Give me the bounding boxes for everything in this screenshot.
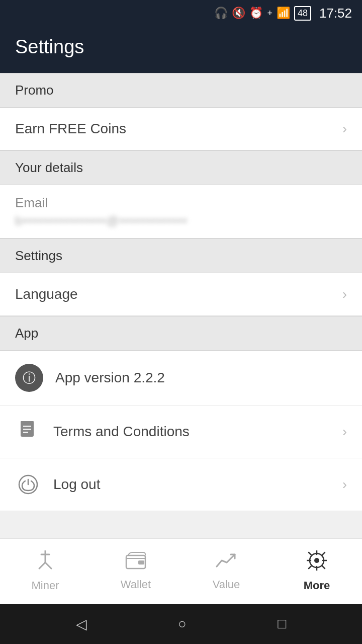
page-header: Settings bbox=[0, 26, 362, 73]
back-button[interactable]: ◁ bbox=[76, 616, 87, 632]
app-version-item: ⓘ App version 2.2.2 bbox=[0, 351, 362, 406]
battery-icon: 48 bbox=[294, 6, 311, 21]
signal-icon: 📶 bbox=[277, 7, 290, 20]
recent-button[interactable]: □ bbox=[278, 616, 286, 632]
nav-item-wallet[interactable]: Wallet bbox=[90, 539, 181, 604]
miner-label: Miner bbox=[31, 579, 59, 592]
earn-free-coins-chevron: › bbox=[342, 121, 347, 137]
headphones-icon: 🎧 bbox=[214, 7, 228, 20]
status-bar: 🎧 🔇 ⏰ + 📶 48 17:52 bbox=[0, 0, 362, 26]
settings-content: Promo Earn FREE Coins › Your details Ema… bbox=[0, 73, 362, 538]
more-label: More bbox=[304, 579, 330, 592]
miner-icon bbox=[36, 550, 54, 575]
terms-left: Terms and Conditions bbox=[15, 419, 190, 445]
app-version-left: ⓘ App version 2.2.2 bbox=[15, 364, 165, 392]
section-header-settings: Settings bbox=[0, 238, 362, 273]
svg-point-13 bbox=[314, 558, 319, 563]
system-nav-bar: ◁ ○ □ bbox=[0, 604, 362, 644]
language-item[interactable]: Language › bbox=[0, 273, 362, 316]
plus-icon: + bbox=[267, 8, 273, 19]
status-time: 17:52 bbox=[319, 6, 352, 21]
nav-item-more[interactable]: More bbox=[272, 539, 362, 604]
mute-icon: 🔇 bbox=[232, 7, 245, 20]
page-title: Settings bbox=[15, 36, 347, 58]
svg-line-8 bbox=[45, 562, 51, 569]
value-icon bbox=[216, 551, 237, 574]
bottom-nav: Miner Wallet Value bbox=[0, 538, 362, 604]
more-icon bbox=[307, 550, 327, 575]
status-icons: 🎧 🔇 ⏰ + 📶 48 17:52 bbox=[214, 6, 352, 21]
terms-item[interactable]: Terms and Conditions › bbox=[0, 406, 362, 458]
logout-chevron: › bbox=[342, 476, 347, 493]
value-label: Value bbox=[213, 578, 240, 591]
wallet-label: Wallet bbox=[121, 578, 151, 591]
logout-icon bbox=[15, 471, 41, 498]
alarm-icon: ⏰ bbox=[249, 7, 263, 20]
terms-chevron: › bbox=[342, 424, 347, 440]
section-header-your-details: Your details bbox=[0, 150, 362, 185]
section-header-promo: Promo bbox=[0, 73, 362, 108]
svg-line-7 bbox=[39, 562, 45, 569]
nav-item-value[interactable]: Value bbox=[181, 539, 272, 604]
email-label: Email bbox=[15, 195, 347, 211]
logout-left: Log out bbox=[15, 471, 100, 498]
earn-free-coins-item[interactable]: Earn FREE Coins › bbox=[0, 108, 362, 150]
home-button[interactable]: ○ bbox=[178, 616, 187, 632]
document-icon bbox=[15, 419, 41, 445]
email-value: b••••••••••••••••@••••••••••••• bbox=[15, 214, 347, 228]
language-chevron: › bbox=[342, 286, 347, 302]
wallet-icon bbox=[125, 551, 146, 574]
nav-item-miner[interactable]: Miner bbox=[0, 539, 90, 604]
svg-rect-11 bbox=[138, 560, 144, 565]
info-icon: ⓘ bbox=[15, 364, 43, 392]
section-header-app: App bbox=[0, 316, 362, 351]
logout-item[interactable]: Log out › bbox=[0, 458, 362, 511]
email-item: Email b••••••••••••••••@••••••••••••• bbox=[0, 185, 362, 238]
